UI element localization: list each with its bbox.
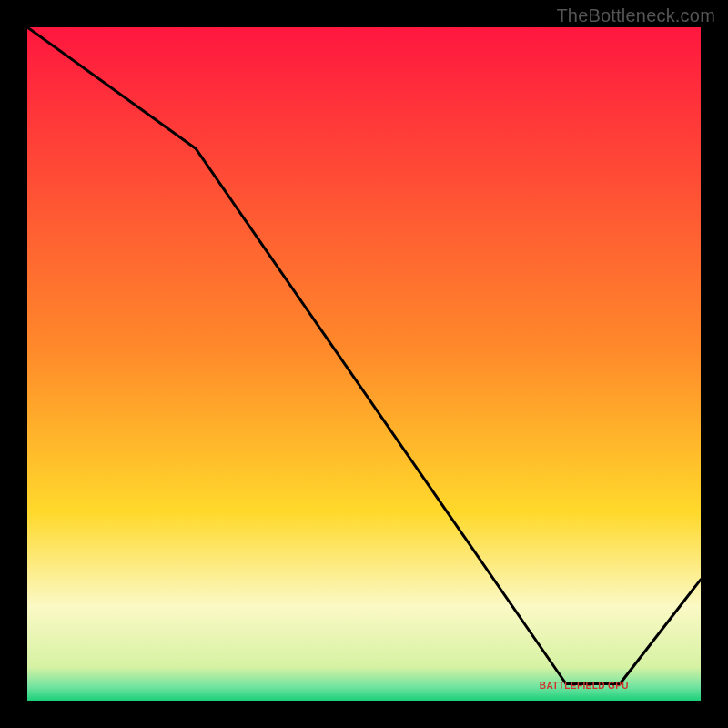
- gradient-background: [27, 27, 701, 701]
- attribution-text: TheBottleneck.com: [556, 5, 715, 26]
- gradient-plot: [27, 27, 701, 701]
- chart-area: BATTLEFIELD GPU: [27, 27, 701, 701]
- x-axis-tick-label: BATTLEFIELD GPU: [540, 681, 629, 691]
